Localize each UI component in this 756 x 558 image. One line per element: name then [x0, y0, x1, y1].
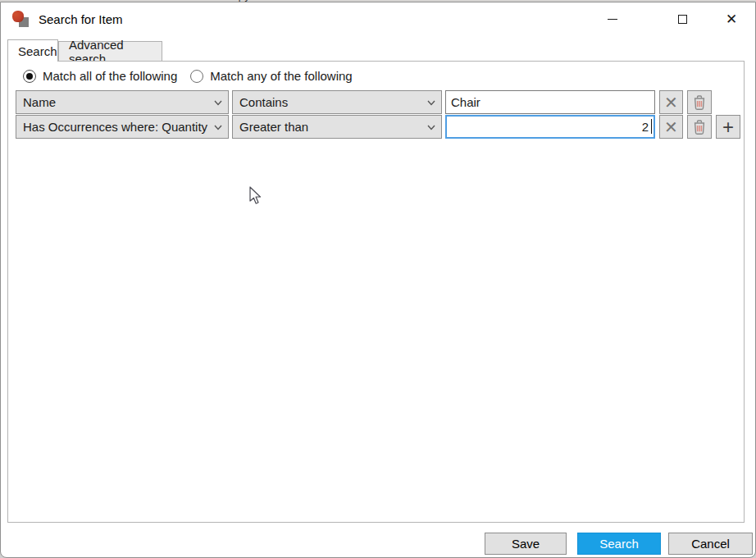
minimize-button[interactable]	[594, 4, 631, 34]
cancel-button-label: Cancel	[691, 537, 730, 551]
match-options: Match all of the following Match any of …	[23, 69, 359, 83]
app-icon-red-square	[12, 11, 24, 22]
trash-icon	[693, 119, 706, 135]
radio-match-any-label: Match any of the following	[210, 69, 352, 83]
chevron-down-icon	[427, 125, 435, 130]
tab-search[interactable]: Search	[7, 39, 58, 62]
tab-advanced-search[interactable]: Advanced search	[58, 41, 162, 62]
field-dropdown-value: Has Occurrences where: Quantity	[23, 120, 207, 134]
maximize-icon	[678, 15, 687, 24]
clear-icon: ✕	[664, 117, 678, 137]
clear-icon: ✕	[664, 93, 678, 112]
maximize-button[interactable]	[663, 4, 701, 34]
text-caret	[651, 119, 652, 134]
chevron-down-icon	[214, 125, 222, 130]
delete-row-button[interactable]	[687, 115, 712, 139]
add-row-button[interactable]: +	[716, 115, 740, 139]
search-button[interactable]: Search	[577, 533, 661, 555]
field-dropdown-value: Name	[23, 95, 56, 109]
operator-dropdown[interactable]: Greater than	[232, 115, 442, 139]
title-bar: Search for Item ✕	[1, 2, 755, 37]
field-dropdown[interactable]: Has Occurrences where: Quantity	[16, 115, 229, 139]
clear-row-button[interactable]: ✕	[659, 90, 683, 114]
window-title: Search for Item	[39, 12, 123, 26]
app-icon	[12, 11, 30, 28]
radio-match-any[interactable]	[190, 70, 203, 83]
value-input-wrap	[445, 115, 655, 139]
search-for-item-dialog: Search for Item ✕ Search Advanced search…	[0, 2, 756, 558]
search-button-label: Search	[599, 537, 639, 551]
close-icon: ✕	[726, 11, 737, 28]
save-button[interactable]: Save	[485, 533, 567, 555]
close-button[interactable]: ✕	[713, 4, 750, 34]
minimize-icon	[608, 19, 617, 20]
delete-row-button[interactable]	[687, 90, 712, 114]
radio-match-all[interactable]	[23, 70, 36, 83]
operator-dropdown-value: Greater than	[239, 120, 308, 134]
operator-dropdown[interactable]: Contains	[232, 90, 442, 114]
chevron-down-icon	[427, 100, 435, 106]
operator-dropdown-value: Contains	[239, 95, 288, 109]
clear-row-button[interactable]: ✕	[659, 115, 683, 139]
radio-match-all-label: Match all of the following	[43, 69, 177, 83]
trash-icon	[693, 94, 706, 111]
add-icon: +	[722, 116, 734, 139]
chevron-down-icon	[214, 100, 222, 106]
save-button-label: Save	[512, 537, 540, 551]
mouse-cursor	[249, 186, 262, 205]
search-tab-panel: Match all of the following Match any of …	[7, 61, 745, 523]
value-input-wrap	[445, 90, 655, 114]
value-input[interactable]	[445, 90, 655, 114]
value-input-focused[interactable]	[445, 115, 655, 139]
tab-search-label: Search	[18, 44, 57, 58]
field-dropdown[interactable]: Name	[16, 90, 229, 114]
cancel-button[interactable]: Cancel	[668, 533, 753, 555]
